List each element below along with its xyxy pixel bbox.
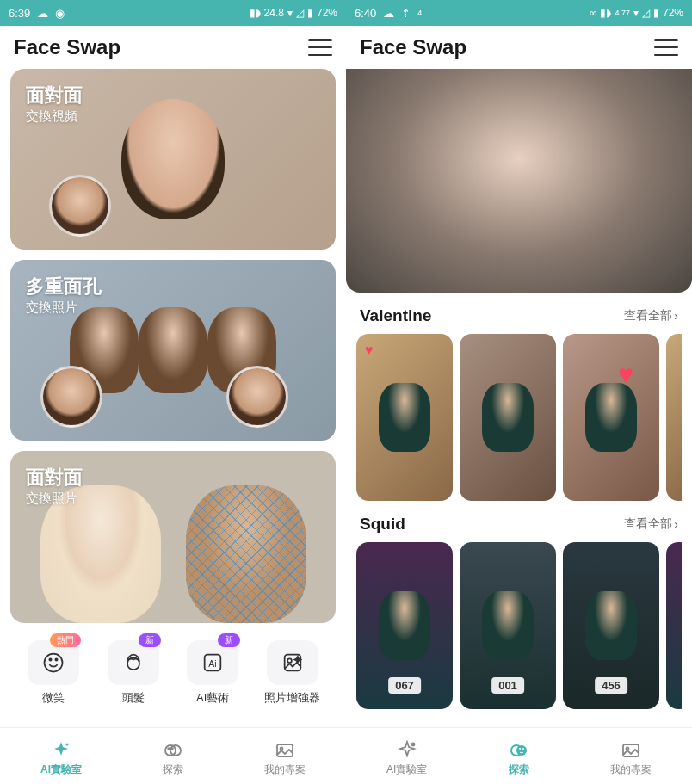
smile-icon xyxy=(41,651,65,675)
signal-icon: ◿ xyxy=(642,7,650,19)
template-thumb[interactable]: 067 xyxy=(356,542,453,709)
chevron-right-icon: › xyxy=(674,309,678,323)
card-face-to-face-photo[interactable]: 面對面 交換照片 xyxy=(10,451,336,623)
svg-point-17 xyxy=(516,745,527,756)
svg-point-11 xyxy=(168,748,170,750)
svg-point-19 xyxy=(522,748,524,750)
app-header: Face Swap xyxy=(346,26,692,69)
template-thumb[interactable] xyxy=(460,334,556,501)
faces-icon xyxy=(509,740,529,761)
upload-icon: ⇡ xyxy=(401,7,411,20)
face-image xyxy=(139,307,207,393)
weather-icon: ☁ xyxy=(37,7,48,20)
valentine-row: ♥ ♥ xyxy=(356,334,682,501)
nav-projects[interactable]: 我的專案 xyxy=(610,740,652,777)
badge-new: 新 xyxy=(139,633,161,647)
see-all-button[interactable]: 查看全部› xyxy=(624,308,678,324)
template-thumb[interactable]: 001 xyxy=(460,542,556,709)
bottom-nav: AI實驗室 探索 我的專案 xyxy=(346,727,692,784)
vibrate-icon: ▮◗ xyxy=(600,7,611,19)
hero-image[interactable] xyxy=(346,69,692,293)
see-all-button[interactable]: 查看全部› xyxy=(624,516,678,532)
card-title: 面對面 xyxy=(26,465,83,491)
template-thumb[interactable]: ♥ xyxy=(356,334,453,501)
nav-label: 探索 xyxy=(163,762,183,777)
battery-icon: ▮ xyxy=(307,7,313,19)
template-thumb[interactable] xyxy=(666,542,682,709)
nav-explore[interactable]: 探索 xyxy=(509,740,529,777)
face-image xyxy=(121,99,225,219)
svg-point-1 xyxy=(50,658,52,660)
signal-icon: ◿ xyxy=(296,7,304,19)
net-speed-2: 4.77 xyxy=(615,9,630,17)
nav-label: 探索 xyxy=(509,762,529,777)
faces-icon xyxy=(163,740,183,761)
tool-label: 照片增強器 xyxy=(264,690,320,706)
link-icon: ∞ xyxy=(590,7,597,19)
chevron-right-icon: › xyxy=(674,517,678,531)
battery-pct: 72% xyxy=(317,7,337,19)
compass-icon: ◉ xyxy=(55,7,65,20)
net-speed: 4 xyxy=(417,9,422,17)
hair-icon xyxy=(121,651,145,675)
player-number: 456 xyxy=(595,677,627,694)
section-header-valentine: Valentine 查看全部› xyxy=(356,306,682,334)
nav-label: 我的專案 xyxy=(264,762,306,777)
screen-explore: 6:40 ☁ ⇡ 4 ∞ ▮◗ 4.77 ▾ ◿ ▮ 72% Face Swap… xyxy=(346,0,692,784)
nav-ai-lab[interactable]: AI實驗室 xyxy=(40,740,82,777)
wifi-icon: ▾ xyxy=(633,7,639,19)
weather-icon: ☁ xyxy=(383,7,394,20)
app-title: Face Swap xyxy=(360,35,466,59)
status-time: 6:39 xyxy=(9,7,30,20)
tool-enhancer[interactable]: 照片增強器 xyxy=(258,640,327,706)
svg-point-7 xyxy=(287,658,292,663)
squid-row: 067 001 456 xyxy=(356,542,682,709)
status-bar: 6:40 ☁ ⇡ 4 ∞ ▮◗ 4.77 ▾ ◿ ▮ 72% xyxy=(346,0,692,26)
card-title: 多重面孔 xyxy=(26,274,102,299)
template-thumb[interactable]: ♥ xyxy=(563,334,659,501)
face-thumbnail xyxy=(226,366,288,428)
menu-button[interactable] xyxy=(654,39,678,56)
nav-explore[interactable]: 探索 xyxy=(163,740,183,777)
nav-label: AI實驗室 xyxy=(386,762,427,777)
tool-smile[interactable]: 熱門 微笑 xyxy=(19,640,88,706)
app-header: Face Swap xyxy=(0,26,346,69)
enhance-icon xyxy=(281,651,305,675)
gallery-icon xyxy=(621,740,641,761)
svg-point-2 xyxy=(56,658,58,660)
heart-icon: ♥ xyxy=(618,360,633,389)
tool-hair[interactable]: 新 頭髮 xyxy=(99,640,168,706)
svg-point-18 xyxy=(519,748,521,750)
player-number: 067 xyxy=(388,677,421,694)
tool-ai-art[interactable]: 新 Ai AI藝術 xyxy=(178,640,247,706)
nav-projects[interactable]: 我的專案 xyxy=(264,740,306,777)
card-face-to-face-video[interactable]: 面對面 交換視頻 xyxy=(10,69,336,250)
badge-new: 新 xyxy=(218,633,240,647)
section-title: Valentine xyxy=(360,306,431,325)
badge-hot: 熱門 xyxy=(50,633,81,647)
card-title: 面對面 xyxy=(26,83,83,108)
menu-button[interactable] xyxy=(308,39,332,56)
face-thumbnail xyxy=(49,175,111,237)
heart-icon: ♥ xyxy=(365,343,374,358)
svg-point-0 xyxy=(45,654,63,672)
status-time: 6:40 xyxy=(355,7,376,20)
wifi-icon: ▾ xyxy=(287,7,293,19)
tool-label: AI藝術 xyxy=(196,690,229,706)
sparkle-icon xyxy=(397,740,417,761)
template-thumb[interactable] xyxy=(666,334,682,501)
ai-icon: Ai xyxy=(201,651,225,675)
card-subtitle: 交換照片 xyxy=(26,491,83,507)
nav-ai-lab[interactable]: AI實驗室 xyxy=(386,740,427,777)
face-mesh-image xyxy=(186,485,306,623)
face-thumbnail xyxy=(40,366,102,428)
sparkle-icon xyxy=(51,740,71,761)
section-title: Squid xyxy=(360,515,405,534)
template-thumb[interactable]: 456 xyxy=(563,542,659,709)
svg-text:Ai: Ai xyxy=(209,658,217,669)
vibrate-icon: ▮◗ xyxy=(250,7,261,19)
card-multi-face[interactable]: 多重面孔 交換照片 xyxy=(10,260,336,441)
svg-point-12 xyxy=(171,748,173,750)
main-content: Valentine 查看全部› ♥ ♥ Squid 查看全部› 067 001 … xyxy=(346,69,692,727)
gallery-icon xyxy=(275,740,295,761)
